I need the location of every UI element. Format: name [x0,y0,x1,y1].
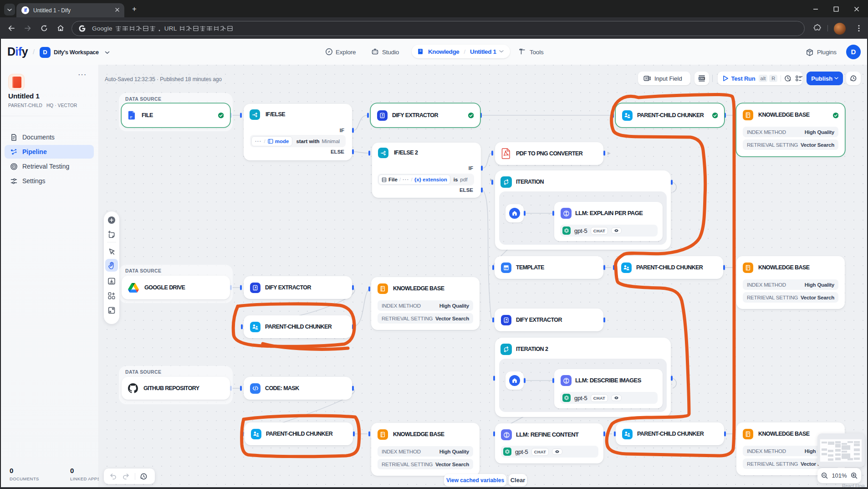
svg-text:ENV: ENV [699,77,705,80]
